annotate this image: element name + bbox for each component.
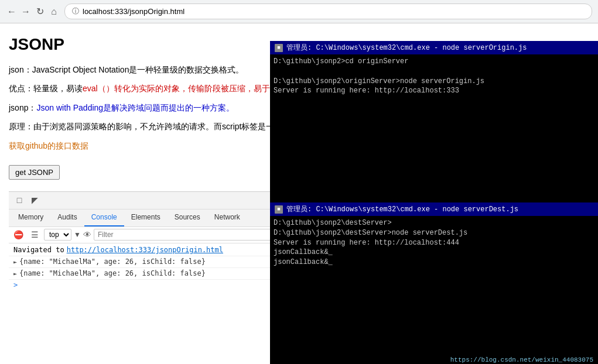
home-button[interactable]: ⌂: [48, 6, 60, 18]
console-filter-button[interactable]: ☰: [28, 228, 42, 242]
cmd-body-1: D:\github\jsonp2>cd originServer D:\gith…: [270, 54, 598, 202]
cmd-titlebar-1: ■ 管理员: C:\Windows\system32\cmd.exe - nod…: [270, 41, 598, 54]
tab-memory[interactable]: Memory: [11, 209, 50, 226]
lock-icon: ⓘ: [72, 6, 79, 16]
cmd-title-2: 管理员: C:\Windows\system32\cmd.exe - node …: [286, 204, 518, 214]
cmd-icon-1: ■: [275, 44, 283, 52]
browser-chrome: ← → ↻ ⌂ ⓘ localhost:333/jsonpOrigin.html: [0, 0, 598, 23]
cmd-line-1-1: D:\github\jsonp2>cd originServer: [274, 57, 594, 67]
cmd-window-2: ■ 管理员: C:\Windows\system32\cmd.exe - nod…: [270, 202, 598, 364]
get-jsonp-button[interactable]: get JSONP: [9, 165, 60, 180]
obj-text-2: {name: "MichaelMa", age: 26, isChild: fa…: [19, 269, 206, 277]
line3-highlight: Json with Padding是解决跨域问题而提出的一种方案。: [36, 103, 234, 112]
inspect-element-button[interactable]: □: [12, 193, 26, 207]
cmd-line-2-4: jsonCallback&_: [274, 248, 594, 257]
expand-arrow-1[interactable]: ►: [13, 259, 17, 265]
page-content: JSONP json：JavaScript Object Notation是一种…: [0, 23, 598, 364]
tab-sources[interactable]: Sources: [168, 209, 207, 226]
cursor-arrow-icon: >: [13, 281, 18, 289]
tab-elements[interactable]: Elements: [124, 209, 168, 226]
line5-text: 获取github的接口数据: [9, 141, 88, 150]
blog-link[interactable]: https://blog.csdn.net/weixin_44083075: [450, 356, 593, 363]
address-bar[interactable]: ⓘ localhost:333/jsonpOrigin.html: [64, 4, 592, 19]
cmd-line-1-2: [274, 67, 594, 77]
cmd-line-1-3: D:\github\jsonp2\originServer>node serve…: [274, 77, 594, 87]
back-button[interactable]: ←: [6, 6, 18, 18]
url-text: localhost:333/jsonpOrigin.html: [83, 7, 184, 16]
expand-arrow-2[interactable]: ►: [13, 270, 17, 277]
cmd-line-2-5: jsonCallback&_: [274, 257, 594, 267]
console-clear-button[interactable]: ⛔: [11, 228, 25, 242]
cmd-bottom-bar: https://blog.csdn.net/weixin_44083075: [270, 356, 598, 364]
obj-text-1: {name: "MichaelMa", age: 26, isChild: fa…: [19, 257, 206, 266]
cmd-icon-2: ■: [275, 205, 283, 214]
dropdown-arrow-icon: ▼: [74, 231, 81, 239]
navigate-link[interactable]: http://localhost:333/jsonpOrigin.html: [67, 246, 223, 254]
nav-buttons: ← → ↻ ⌂: [6, 6, 60, 18]
line2-prefix: 优点：轻量级，易读: [9, 84, 83, 93]
forward-button[interactable]: →: [20, 6, 32, 18]
cmd-title-1: 管理员: C:\Windows\system32\cmd.exe - node …: [286, 43, 527, 53]
navigate-text: Navigated to: [13, 246, 64, 254]
tab-audits[interactable]: Audits: [50, 209, 84, 226]
tab-network[interactable]: Network: [207, 209, 247, 226]
device-toggle-button[interactable]: ◤: [28, 193, 42, 207]
tab-console[interactable]: Console: [84, 209, 124, 226]
eye-icon[interactable]: 👁: [83, 230, 91, 239]
cmd-body-2: D:\github\jsonp2\destServer> D:\github\j…: [270, 216, 598, 356]
cmd-line-1-4: Server is running here: http://localhost…: [274, 86, 594, 96]
cmd-windows: ■ 管理员: C:\Windows\system32\cmd.exe - nod…: [270, 41, 598, 364]
cmd-line-2-1: D:\github\jsonp2\destServer>: [274, 218, 594, 228]
cmd-line-2-3: Server is running here: http://localhost…: [274, 238, 594, 248]
line3-prefix: jsonp：: [9, 103, 36, 112]
cmd-line-2-2: D:\github\jsonp2\destServer>node serverD…: [274, 228, 594, 238]
context-select[interactable]: top: [44, 229, 71, 241]
line1-text: json：JavaScript Object Notation是一种轻量级的数据…: [9, 65, 244, 74]
reload-button[interactable]: ↻: [34, 6, 46, 18]
cmd-titlebar-2: ■ 管理员: C:\Windows\system32\cmd.exe - nod…: [270, 202, 598, 216]
cmd-window-1: ■ 管理员: C:\Windows\system32\cmd.exe - nod…: [270, 41, 598, 202]
